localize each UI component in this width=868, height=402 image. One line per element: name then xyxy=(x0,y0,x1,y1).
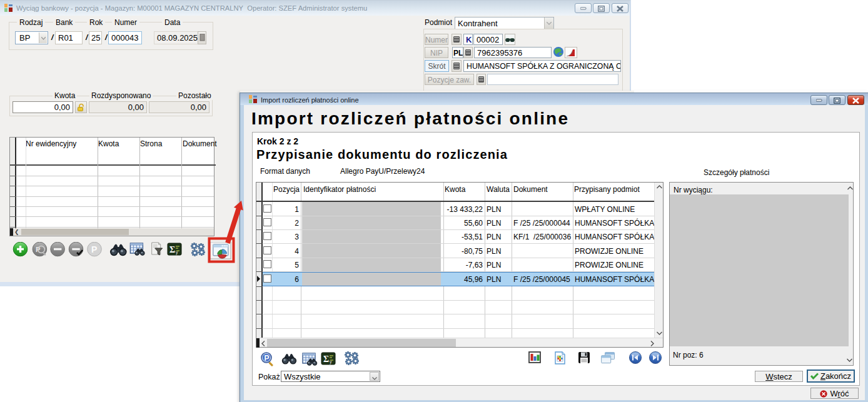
svg-text:P: P xyxy=(91,244,97,254)
